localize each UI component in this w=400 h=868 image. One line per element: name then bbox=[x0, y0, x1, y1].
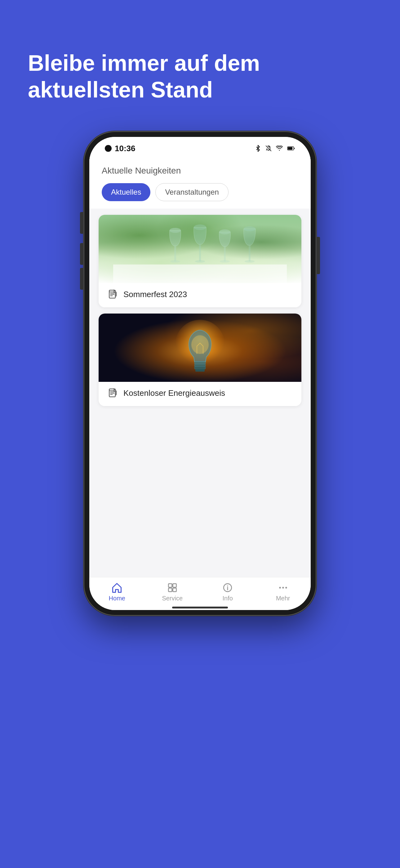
svg-rect-33 bbox=[173, 584, 176, 587]
card-energieausweis-label: Kostenloser Energieausweis bbox=[124, 389, 225, 398]
status-bar: 10:36 bbox=[89, 137, 311, 156]
phone-screen: 10:36 bbox=[89, 137, 311, 610]
svg-rect-24 bbox=[194, 367, 206, 369]
svg-rect-18 bbox=[110, 294, 114, 294]
svg-point-38 bbox=[227, 585, 228, 586]
status-icons bbox=[255, 145, 295, 152]
svg-point-5 bbox=[170, 260, 180, 262]
sommerfest-doc-icon bbox=[108, 289, 119, 300]
bell-off-icon bbox=[265, 145, 272, 152]
svg-rect-29 bbox=[110, 393, 114, 393]
svg-rect-17 bbox=[110, 293, 114, 293]
svg-rect-32 bbox=[168, 584, 172, 587]
battery-icon bbox=[287, 146, 295, 151]
grid-icon bbox=[167, 582, 178, 593]
lightbulb-illustration bbox=[172, 320, 228, 382]
card-energieausweis-footer: Kostenloser Energieausweis bbox=[99, 382, 301, 406]
home-icon bbox=[111, 582, 123, 593]
svg-rect-23 bbox=[194, 364, 206, 367]
nav-service[interactable]: Service bbox=[157, 582, 188, 602]
nav-info[interactable]: Info bbox=[212, 582, 243, 602]
home-bar bbox=[172, 607, 228, 609]
filter-aktuelles[interactable]: Aktuelles bbox=[102, 183, 151, 201]
card-sommerfest-label: Sommerfest 2023 bbox=[124, 290, 187, 299]
app-content: Aktuelle Neuigkeiten Aktuelles Veranstal… bbox=[89, 156, 311, 577]
card-sommerfest[interactable]: Sommerfest 2023 bbox=[99, 215, 301, 307]
svg-point-11 bbox=[220, 260, 230, 262]
nav-service-label: Service bbox=[162, 595, 182, 602]
svg-rect-4 bbox=[174, 246, 176, 261]
bottom-nav: Home Service bbox=[89, 577, 311, 605]
nav-home[interactable]: Home bbox=[101, 582, 132, 602]
filter-row: Aktuelles Veranstaltungen bbox=[102, 183, 298, 201]
svg-rect-2 bbox=[288, 147, 292, 150]
svg-rect-30 bbox=[110, 394, 113, 395]
wifi-icon bbox=[276, 146, 283, 151]
more-icon bbox=[277, 582, 289, 593]
sommerfest-image bbox=[99, 215, 301, 283]
nav-info-label: Info bbox=[223, 595, 233, 602]
nav-mehr[interactable]: Mehr bbox=[268, 582, 299, 602]
svg-rect-34 bbox=[168, 588, 172, 591]
svg-rect-13 bbox=[249, 245, 251, 261]
hero-title: Bleibe immer auf dem aktuellsten Stand bbox=[28, 50, 372, 103]
hero-section: Bleibe immer auf dem aktuellsten Stand bbox=[0, 0, 400, 122]
bluetooth-icon bbox=[255, 145, 261, 152]
section-title: Aktuelle Neuigkeiten bbox=[102, 166, 298, 176]
svg-point-41 bbox=[285, 587, 287, 589]
svg-rect-15 bbox=[113, 265, 287, 283]
nav-home-label: Home bbox=[109, 595, 125, 602]
energy-image bbox=[99, 314, 301, 382]
table-glasses-decoration bbox=[99, 215, 301, 283]
svg-rect-28 bbox=[110, 392, 114, 392]
card-sommerfest-footer: Sommerfest 2023 bbox=[99, 283, 301, 307]
svg-point-8 bbox=[195, 260, 205, 262]
svg-point-39 bbox=[279, 587, 281, 589]
filter-veranstaltungen[interactable]: Veranstaltungen bbox=[155, 183, 228, 201]
camera-dot bbox=[105, 145, 112, 152]
svg-rect-10 bbox=[224, 247, 226, 261]
info-icon bbox=[222, 582, 233, 593]
home-indicator bbox=[89, 605, 311, 610]
nav-mehr-label: Mehr bbox=[276, 595, 290, 602]
svg-point-14 bbox=[245, 260, 255, 262]
svg-rect-35 bbox=[173, 588, 176, 591]
svg-point-26 bbox=[191, 335, 209, 354]
app-header: Aktuelle Neuigkeiten Aktuelles Veranstal… bbox=[89, 156, 311, 209]
cards-area: Sommerfest 2023 bbox=[89, 209, 311, 412]
energieausweis-doc-icon bbox=[108, 388, 119, 399]
status-time: 10:36 bbox=[105, 144, 135, 153]
svg-rect-7 bbox=[199, 244, 201, 261]
card-energieausweis[interactable]: Kostenloser Energieausweis bbox=[99, 314, 301, 406]
phone-wrapper: 10:36 bbox=[0, 122, 400, 616]
svg-rect-25 bbox=[195, 369, 205, 372]
svg-rect-19 bbox=[110, 296, 113, 296]
svg-point-40 bbox=[282, 587, 284, 589]
svg-rect-22 bbox=[194, 362, 206, 364]
phone-frame: 10:36 bbox=[84, 131, 316, 616]
